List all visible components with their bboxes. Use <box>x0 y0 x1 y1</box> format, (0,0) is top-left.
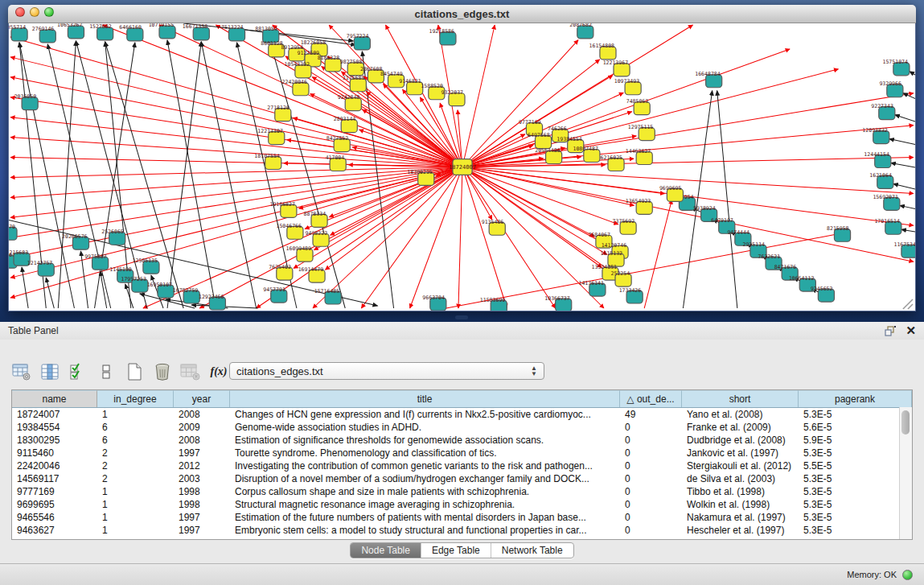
table-cell[interactable]: Stergiakouli et al. (2012) <box>682 460 799 472</box>
table-cell[interactable]: 0 <box>620 486 682 497</box>
graph-edge-black[interactable] <box>167 42 201 308</box>
table-cell[interactable]: 0 <box>620 473 682 484</box>
table-cell[interactable]: Embryonic stem cells: a model to study s… <box>230 525 620 536</box>
table-cell[interactable]: 0 <box>620 460 682 472</box>
table-cell[interactable]: 49 <box>620 409 682 420</box>
graph-edge-red[interactable] <box>314 167 462 250</box>
table-cell[interactable]: 2 <box>97 447 174 459</box>
graph-edge-red[interactable] <box>287 140 462 167</box>
graph-edge-red[interactable] <box>462 167 607 255</box>
table-cell[interactable]: 5.3E-5 <box>799 409 912 420</box>
table-row[interactable]: 977716911998Corpus callosum shape and si… <box>12 485 912 498</box>
table-source-select[interactable]: citations_edges.txt ▲▼ <box>229 362 544 380</box>
graph-edge-red[interactable] <box>462 167 507 309</box>
table-vertical-scrollbar[interactable] <box>899 407 912 539</box>
tab-edge-table[interactable]: Edge Table <box>421 543 491 558</box>
memory-status-indicator[interactable] <box>902 570 913 580</box>
delete-table-button-disabled[interactable] <box>180 361 201 382</box>
close-panel-icon[interactable]: ✕ <box>906 325 916 336</box>
table-cell[interactable]: 2012 <box>174 460 230 472</box>
table-cell[interactable]: 6 <box>97 422 174 433</box>
table-row[interactable]: 2242004622012Investigating the contribut… <box>12 459 912 472</box>
graph-edge-black[interactable] <box>893 183 915 192</box>
graph-edge-red[interactable] <box>462 167 618 225</box>
table-cell[interactable]: 2 <box>97 460 174 472</box>
table-cell[interactable]: 0 <box>620 499 682 510</box>
column-header-year[interactable]: year <box>174 390 230 407</box>
table-cell[interactable]: 1997 <box>174 525 230 536</box>
close-window-button[interactable] <box>15 7 25 17</box>
graph-edge-black[interactable] <box>889 139 915 147</box>
table-cell[interactable]: 18300295 <box>12 435 97 446</box>
table-cell[interactable]: 22420046 <box>12 460 97 472</box>
table-cell[interactable]: Tourette syndrome. Phenomenology and cla… <box>230 447 620 459</box>
graph-edge-black[interactable] <box>891 163 915 170</box>
table-cell[interactable]: 0 <box>620 525 682 536</box>
scrollbar-thumb[interactable] <box>901 410 910 435</box>
table-cell[interactable]: Yano et al. (2008) <box>682 409 799 420</box>
zoom-window-button[interactable] <box>44 7 54 17</box>
function-builder-button[interactable]: f(x) <box>208 361 229 382</box>
table-cell[interactable]: de Silva et al. (2003) <box>682 473 799 484</box>
table-row[interactable]: 1830029562008Estimation of significance … <box>12 434 912 447</box>
graph-edge-black[interactable] <box>46 278 54 308</box>
window-titlebar[interactable]: citations_edges.txt <box>8 5 916 23</box>
table-cell[interactable]: Disruption of a novel member of a sodium… <box>230 473 620 484</box>
column-header-indegree[interactable]: in_degree <box>97 390 174 407</box>
graph-edge-red[interactable] <box>10 77 462 167</box>
table-cell[interactable]: 5.5E-5 <box>799 460 912 472</box>
table-row[interactable]: 969969511998Structural magnetic resonanc… <box>12 498 912 511</box>
table-cell[interactable]: 5.3E-5 <box>799 486 912 497</box>
minimize-window-button[interactable] <box>30 7 39 17</box>
table-cell[interactable]: 5.3E-5 <box>799 447 912 459</box>
tab-node-table[interactable]: Node Table <box>351 543 421 558</box>
table-cell[interactable]: Nakamura et al. (1997) <box>682 512 799 523</box>
table-cell[interactable]: Changes of HCN gene expression and I(f) … <box>230 409 620 420</box>
table-row[interactable]: 946362711997Embryonic stem cells: a mode… <box>12 524 912 537</box>
table-cell[interactable]: Jankovic et al. (1997) <box>682 447 799 459</box>
table-cell[interactable]: 1997 <box>174 512 230 523</box>
graph-edge-red[interactable] <box>462 167 914 194</box>
graph-edge-black[interactable] <box>900 205 915 211</box>
table-cell[interactable]: Estimation of significance thresholds fo… <box>230 435 620 446</box>
table-row[interactable]: 1456911722003Disruption of a novel membe… <box>12 472 912 485</box>
column-header-pagerank[interactable]: pagerank <box>799 390 912 407</box>
table-cell[interactable]: 2008 <box>174 409 230 420</box>
table-cell[interactable]: 18724007 <box>12 409 97 420</box>
table-cell[interactable]: 19384554 <box>12 422 97 433</box>
table-cell[interactable]: Structural magnetic resonance image aver… <box>230 499 620 510</box>
table-cell[interactable]: 6 <box>97 435 174 446</box>
table-cell[interactable]: 2008 <box>174 435 230 446</box>
table-row[interactable]: 1938455462009Genome-wide association stu… <box>12 421 912 434</box>
table-cell[interactable]: 1 <box>97 525 174 536</box>
graph-edge-red[interactable] <box>458 110 462 167</box>
column-header-outde[interactable]: △ out_de... <box>620 390 682 407</box>
float-panel-icon[interactable] <box>885 326 896 336</box>
table-cell[interactable]: 0 <box>620 422 682 433</box>
graph-edge-red[interactable] <box>644 200 671 308</box>
table-cell[interactable]: Hescheler et al. (1997) <box>682 525 799 536</box>
graph-edge-red[interactable] <box>410 167 462 309</box>
table-cell[interactable]: 5.3E-5 <box>799 473 912 484</box>
table-row[interactable]: 1872400712008Changes of HCN gene express… <box>12 408 912 421</box>
tab-network-table[interactable]: Network Table <box>491 543 573 558</box>
table-cell[interactable]: 1 <box>97 512 174 523</box>
table-cell[interactable]: 9699695 <box>12 499 97 510</box>
table-cell[interactable]: 2003 <box>174 473 230 484</box>
column-header-name[interactable]: name <box>12 390 97 407</box>
splitter-handle[interactable] <box>455 315 468 319</box>
graph-edge-red[interactable] <box>462 167 556 309</box>
table-cell[interactable]: Tibbo et al. (1998) <box>682 486 799 497</box>
table-cell[interactable]: 14569117 <box>12 473 97 484</box>
table-cell[interactable]: 9465546 <box>12 512 97 523</box>
table-cell[interactable]: Corpus callosum shape and size in male p… <box>230 486 620 497</box>
graph-edge-black[interactable] <box>901 229 915 233</box>
column-header-short[interactable]: short <box>682 390 799 407</box>
table-cell[interactable]: Franke et al. (2009) <box>682 422 799 433</box>
table-cell[interactable]: 5.6E-5 <box>799 422 912 433</box>
row-height-button[interactable] <box>96 361 117 382</box>
table-cell[interactable]: 1 <box>97 486 174 497</box>
table-cell[interactable]: Genome-wide association studies in ADHD. <box>230 422 620 433</box>
table-cell[interactable]: 2009 <box>174 422 230 433</box>
network-canvas[interactable]: 1405571427691461065326715276026466160107… <box>8 23 916 311</box>
